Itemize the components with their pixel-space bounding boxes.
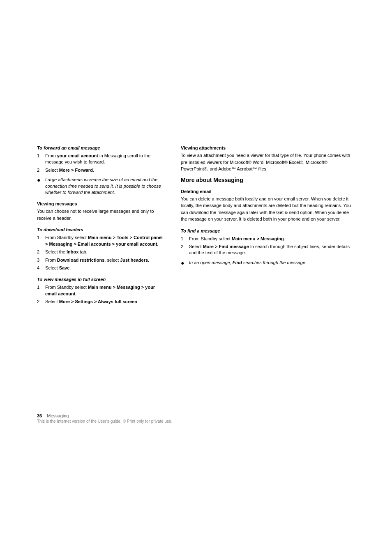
find-message-step-2: 2 Select More > Find message to search t… — [181, 244, 355, 256]
deleting-email-section: Deleting email You can delete a message … — [181, 189, 355, 223]
view-full-screen-step-1: 1 From Standby select Main menu > Messag… — [37, 284, 164, 297]
view-full-screen-title: To view messages in full screen — [37, 277, 164, 282]
download-step-4: 4 Select Save. — [37, 265, 164, 271]
download-headers-title: To download headers — [37, 227, 164, 232]
deleting-email-title: Deleting email — [181, 189, 355, 194]
content-area: To forward an email message 1 From your … — [0, 0, 392, 340]
viewing-messages-title: Viewing messages — [37, 201, 164, 206]
forward-email-steps: 1 From your email account in Messaging s… — [37, 153, 164, 173]
find-message-section: To find a message 1 From Standby select … — [181, 228, 355, 267]
download-step-3: 3 From Download restrictions, select Jus… — [37, 257, 164, 263]
right-column: Viewing attachments To view an attachmen… — [181, 140, 355, 307]
footer-copyright: This is the Internet version of the User… — [37, 419, 355, 424]
find-message-note: ● In an open message, Find searches thro… — [181, 260, 355, 267]
viewing-messages-body: You can choose not to receive large mess… — [37, 208, 164, 221]
left-column: To forward an email message 1 From your … — [37, 140, 164, 307]
more-about-messaging-section: More about Messaging — [181, 177, 355, 183]
view-full-screen-step-2: 2 Select More > Settings > Always full s… — [37, 299, 164, 305]
page: To forward an email message 1 From your … — [0, 0, 392, 555]
download-step-2: 2 Select the Inbox tab. — [37, 249, 164, 255]
deleting-email-body: You can delete a message both locally an… — [181, 196, 355, 223]
forward-email-section: To forward an email message 1 From your … — [37, 145, 164, 196]
more-about-messaging-heading: More about Messaging — [181, 177, 355, 183]
download-headers-section: To download headers 1 From Standby selec… — [37, 227, 164, 271]
find-message-title: To find a message — [181, 228, 355, 233]
view-full-screen-steps: 1 From Standby select Main menu > Messag… — [37, 284, 164, 305]
forward-step-2: 2 Select More > Forward. — [37, 167, 164, 173]
viewing-attachments-section: Viewing attachments To view an attachmen… — [181, 145, 355, 173]
view-full-screen-section: To view messages in full screen 1 From S… — [37, 277, 164, 305]
two-column-layout: To forward an email message 1 From your … — [37, 140, 355, 307]
forward-note-text: Large attachments increase the size of a… — [45, 177, 164, 196]
find-message-steps: 1 From Standby select Main menu > Messag… — [181, 236, 355, 256]
forward-note: ● Large attachments increase the size of… — [37, 177, 164, 196]
forward-email-title: To forward an email message — [37, 145, 164, 150]
footer: 36 Messaging This is the Internet versio… — [37, 413, 355, 424]
download-step-1: 1 From Standby select Main menu > Tools … — [37, 235, 164, 247]
find-message-step-1: 1 From Standby select Main menu > Messag… — [181, 236, 355, 242]
viewing-attachments-title: Viewing attachments — [181, 145, 355, 150]
page-number: 36 — [37, 413, 42, 418]
download-headers-steps: 1 From Standby select Main menu > Tools … — [37, 235, 164, 271]
viewing-messages-section: Viewing messages You can choose not to r… — [37, 201, 164, 221]
forward-step-1: 1 From your email account in Messaging s… — [37, 153, 164, 166]
viewing-attachments-body: To view an attachment you need a viewer … — [181, 152, 355, 173]
footer-section-label: Messaging — [47, 413, 69, 418]
